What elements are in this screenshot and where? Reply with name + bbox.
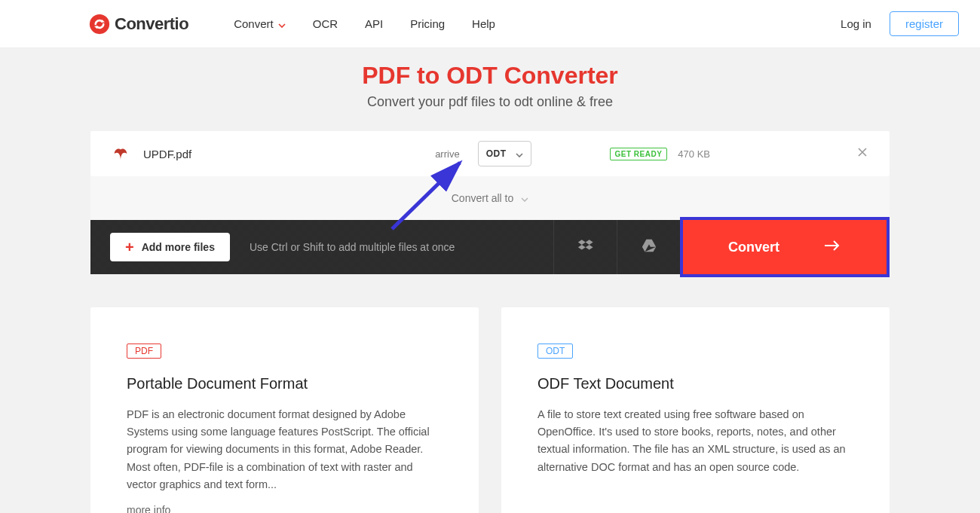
cloud-sources	[553, 220, 680, 274]
file-size: 470 KB	[678, 148, 710, 160]
nav-convert[interactable]: Convert	[234, 17, 286, 30]
pdf-more-info-link[interactable]: more info	[127, 504, 170, 513]
format-select[interactable]: ODT	[478, 141, 531, 166]
register-button[interactable]: register	[890, 11, 959, 36]
page-title: PDF to ODT Converter	[0, 62, 980, 90]
convert-all-label: Convert all to	[452, 192, 513, 204]
format-info-cards: PDF Portable Document Format PDF is an e…	[90, 307, 890, 513]
convert-button[interactable]: Convert	[683, 220, 887, 274]
logo-icon	[89, 14, 110, 35]
nav-pricing[interactable]: Pricing	[410, 17, 445, 30]
login-link[interactable]: Log in	[841, 17, 871, 30]
google-drive-button[interactable]	[617, 220, 680, 274]
nav-ocr[interactable]: OCR	[313, 17, 338, 30]
chevron-down-icon	[516, 147, 523, 160]
chevron-down-icon	[521, 192, 528, 204]
add-more-label: Add more files	[142, 241, 215, 253]
nav-api[interactable]: API	[365, 17, 383, 30]
header: Convertio Convert OCR API Pricing Help L…	[0, 0, 980, 48]
google-drive-icon	[641, 237, 657, 257]
multi-select-hint: Use Ctrl or Shift to add multiple files …	[250, 241, 455, 253]
nav-convert-label: Convert	[234, 17, 274, 30]
pdf-card-desc: PDF is an electronic document format des…	[127, 406, 443, 493]
dropbox-button[interactable]	[553, 220, 617, 274]
odt-info-card: ODT ODF Text Document A file to store te…	[501, 307, 890, 513]
chevron-down-icon	[278, 17, 286, 30]
logo[interactable]: Convertio	[89, 14, 188, 35]
convert-all-row[interactable]: Convert all to	[90, 176, 890, 220]
odt-card-desc: A file to store text created using free …	[537, 406, 853, 476]
svg-point-0	[90, 14, 109, 33]
odt-badge: ODT	[537, 344, 573, 359]
dropbox-icon	[577, 237, 594, 257]
arrive-label: arrive	[435, 148, 460, 160]
pdf-file-icon	[112, 145, 130, 163]
upload-panel: UPDF.pdf arrive ODT GET READY 470 KB Con…	[90, 131, 890, 274]
header-right: Log in register	[841, 11, 959, 36]
hero: PDF to ODT Converter Convert your pdf fi…	[0, 62, 980, 110]
nav-help[interactable]: Help	[472, 17, 495, 30]
file-row: UPDF.pdf arrive ODT GET READY 470 KB	[90, 131, 890, 176]
format-value: ODT	[486, 148, 507, 159]
convert-button-highlight: Convert	[680, 217, 890, 277]
odt-card-title: ODF Text Document	[537, 375, 853, 392]
convert-label: Convert	[728, 240, 779, 255]
add-more-files-button[interactable]: + Add more files	[110, 233, 230, 261]
main-nav: Convert OCR API Pricing Help	[234, 17, 495, 30]
pdf-badge: PDF	[127, 344, 161, 359]
status-badge: GET READY	[610, 148, 668, 160]
file-name: UPDF.pdf	[143, 148, 191, 160]
pdf-info-card: PDF Portable Document Format PDF is an e…	[90, 307, 479, 513]
logo-text: Convertio	[115, 14, 188, 34]
pdf-card-title: Portable Document Format	[127, 375, 443, 392]
action-bar: + Add more files Use Ctrl or Shift to ad…	[90, 220, 890, 274]
arrow-right-icon	[825, 240, 841, 255]
remove-file-button[interactable]	[856, 146, 868, 161]
plus-icon: +	[125, 240, 134, 255]
page-subtitle: Convert your pdf files to odt online & f…	[0, 94, 980, 110]
